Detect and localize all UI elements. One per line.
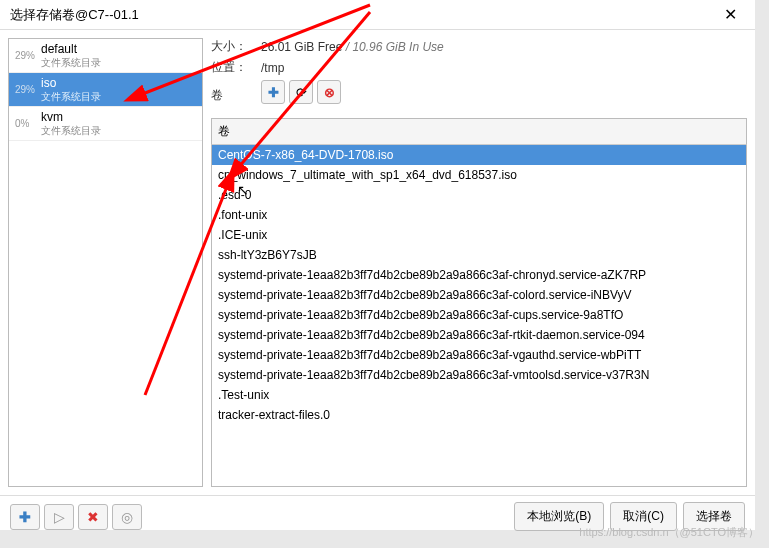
size-used: 10.96 GiB In Use <box>352 40 443 54</box>
info-section: 大小： 26.01 GiB Free / 10.96 GiB In Use 位置… <box>211 38 747 114</box>
pool-item[interactable]: 29%iso文件系统目录 <box>9 73 202 107</box>
size-free: 26.01 GiB Free <box>261 40 342 54</box>
volume-item[interactable]: systemd-private-1eaa82b3ff7d4b2cbe89b2a9… <box>212 265 746 285</box>
close-button[interactable]: ✕ <box>715 5 745 24</box>
volume-item[interactable]: systemd-private-1eaa82b3ff7d4b2cbe89b2a9… <box>212 345 746 365</box>
volume-item[interactable]: systemd-private-1eaa82b3ff7d4b2cbe89b2a9… <box>212 285 746 305</box>
volume-panel: 大小： 26.01 GiB Free / 10.96 GiB In Use 位置… <box>211 38 747 487</box>
add-volume-button[interactable]: ✚ <box>261 80 285 104</box>
volume-item[interactable]: .ICE-unix <box>212 225 746 245</box>
title-bar: 选择存储卷@C7--01.1 ✕ <box>0 0 755 30</box>
pool-name: default <box>41 42 196 56</box>
main-area: 29%default文件系统目录29%iso文件系统目录0%kvm文件系统目录 … <box>0 30 755 495</box>
volume-item[interactable]: systemd-private-1eaa82b3ff7d4b2cbe89b2a9… <box>212 325 746 345</box>
volume-item[interactable]: systemd-private-1eaa82b3ff7d4b2cbe89b2a9… <box>212 305 746 325</box>
pool-name: kvm <box>41 110 196 124</box>
pool-percent: 29% <box>15 50 41 61</box>
add-pool-button[interactable]: ✚ <box>10 504 40 530</box>
storage-pool-panel: 29%default文件系统目录29%iso文件系统目录0%kvm文件系统目录 <box>8 38 203 487</box>
volume-item[interactable]: .font-unix <box>212 205 746 225</box>
pool-item[interactable]: 29%default文件系统目录 <box>9 39 202 73</box>
delete-volume-button[interactable]: ⊗ <box>317 80 341 104</box>
footer-left: ✚ ▷ ✖ ◎ <box>10 504 142 530</box>
window-title: 选择存储卷@C7--01.1 <box>10 6 715 24</box>
pool-type: 文件系统目录 <box>41 124 196 138</box>
start-pool-button[interactable]: ▷ <box>44 504 74 530</box>
volume-column-header[interactable]: 卷 <box>211 118 747 145</box>
volume-item[interactable]: .Test-unix <box>212 385 746 405</box>
volume-item[interactable]: CentOS-7-x86_64-DVD-1708.iso <box>212 145 746 165</box>
volume-item[interactable]: systemd-private-1eaa82b3ff7d4b2cbe89b2a9… <box>212 365 746 385</box>
volume-label: 卷 <box>211 87 261 104</box>
pool-item[interactable]: 0%kvm文件系统目录 <box>9 107 202 141</box>
volume-item[interactable]: tracker-extract-files.0 <box>212 405 746 425</box>
pool-info: iso文件系统目录 <box>41 76 196 104</box>
size-label: 大小： <box>211 38 261 55</box>
volume-item[interactable]: ssh-ltY3zB6Y7sJB <box>212 245 746 265</box>
volume-item[interactable]: .esd-0 <box>212 185 746 205</box>
pool-info: default文件系统目录 <box>41 42 196 70</box>
pool-info: kvm文件系统目录 <box>41 110 196 138</box>
volume-toolbar: ✚ ⟳ ⊗ <box>261 80 341 104</box>
size-sep: / <box>342 40 352 54</box>
location-value: /tmp <box>261 61 284 75</box>
pool-percent: 0% <box>15 118 41 129</box>
delete-pool-button[interactable]: ✖ <box>78 504 108 530</box>
pool-type: 文件系统目录 <box>41 56 196 70</box>
pool-settings-button[interactable]: ◎ <box>112 504 142 530</box>
volume-item[interactable]: cn_windows_7_ultimate_with_sp1_x64_dvd_6… <box>212 165 746 185</box>
pool-list: 29%default文件系统目录29%iso文件系统目录0%kvm文件系统目录 <box>9 39 202 486</box>
pool-percent: 29% <box>15 84 41 95</box>
location-label: 位置： <box>211 59 261 76</box>
size-value: 26.01 GiB Free / 10.96 GiB In Use <box>261 40 444 54</box>
pool-name: iso <box>41 76 196 90</box>
volume-list: CentOS-7-x86_64-DVD-1708.isocn_windows_7… <box>211 145 747 487</box>
watermark: https://blog.csdn.n（@51CTO博客） <box>579 525 759 540</box>
refresh-button[interactable]: ⟳ <box>289 80 313 104</box>
pool-type: 文件系统目录 <box>41 90 196 104</box>
dialog-window: 选择存储卷@C7--01.1 ✕ 29%default文件系统目录29%iso文… <box>0 0 755 530</box>
